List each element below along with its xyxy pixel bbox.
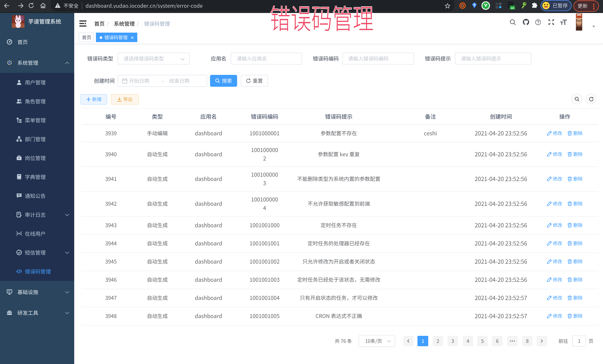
svg-text:on: on bbox=[511, 6, 514, 10]
